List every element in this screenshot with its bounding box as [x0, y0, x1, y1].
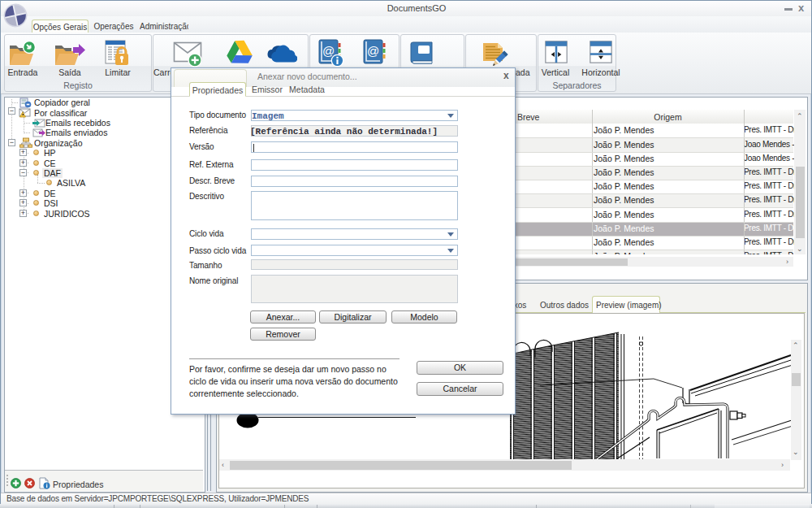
svg-text:@: @ — [367, 44, 379, 58]
svg-text:@: @ — [322, 44, 335, 58]
